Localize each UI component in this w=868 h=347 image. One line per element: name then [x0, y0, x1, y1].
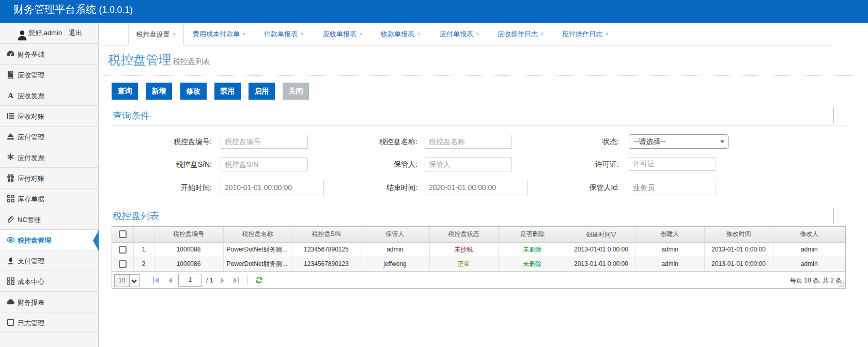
svg-text:A: A: [8, 91, 13, 100]
